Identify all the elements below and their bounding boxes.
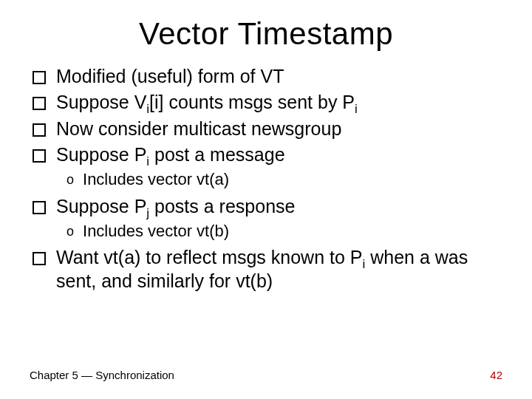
subscript: i bbox=[355, 102, 358, 116]
sub-bullet-text: Includes vector vt(a) bbox=[83, 169, 229, 191]
sub-bullet-text: Includes vector vt(b) bbox=[83, 221, 229, 242]
text-fragment: Suppose P bbox=[56, 196, 146, 216]
footer-chapter: Chapter 5 — Synchronization bbox=[30, 369, 174, 381]
bullet-list: Modified (useful) form of VT Suppose Vi[… bbox=[33, 65, 502, 166]
text-fragment: Suppose V bbox=[56, 92, 146, 112]
square-bullet-icon bbox=[33, 71, 46, 84]
bullet-text: Suppose Pi post a message bbox=[56, 143, 285, 166]
bullet-text: Modified (useful) form of VT bbox=[56, 65, 284, 88]
text-fragment: [i] counts msgs sent by P bbox=[149, 92, 355, 112]
square-bullet-icon bbox=[33, 97, 46, 110]
bullet-item: Now consider multicast newsgroup bbox=[33, 117, 502, 140]
text-fragment: Want vt(a) to reflect msgs known to P bbox=[56, 247, 363, 267]
text-fragment: post a message bbox=[149, 144, 284, 165]
bullet-item: Want vt(a) to reflect msgs known to Pi w… bbox=[33, 246, 502, 293]
bullet-item: Suppose Vi[i] counts msgs sent by Pi bbox=[33, 91, 502, 114]
bullet-text: Want vt(a) to reflect msgs known to Pi w… bbox=[56, 246, 502, 293]
sub-bullet-list: o Includes vector vt(a) bbox=[66, 169, 502, 191]
bullet-item: Suppose Pj posts a response bbox=[33, 195, 502, 218]
bullet-list: Suppose Pj posts a response bbox=[33, 195, 502, 218]
square-bullet-icon bbox=[33, 252, 46, 265]
footer-page-number: 42 bbox=[490, 369, 502, 381]
sub-bullet-item: o Includes vector vt(b) bbox=[66, 221, 502, 242]
circle-bullet-icon: o bbox=[66, 169, 74, 190]
bullet-item: Suppose Pi post a message bbox=[33, 143, 502, 166]
square-bullet-icon bbox=[33, 123, 46, 137]
bullet-text: Suppose Pj posts a response bbox=[56, 195, 295, 218]
slide-title: Vector Timestamp bbox=[30, 16, 502, 52]
text-fragment: Suppose P bbox=[56, 144, 146, 165]
text-fragment: posts a response bbox=[149, 196, 295, 216]
bullet-text: Now consider multicast newsgroup bbox=[56, 117, 341, 140]
square-bullet-icon bbox=[33, 149, 46, 163]
square-bullet-icon bbox=[33, 201, 46, 214]
sub-bullet-item: o Includes vector vt(a) bbox=[66, 169, 502, 191]
bullet-text: Suppose Vi[i] counts msgs sent by Pi bbox=[56, 91, 358, 114]
slide: Vector Timestamp Modified (useful) form … bbox=[0, 0, 532, 399]
bullet-item: Modified (useful) form of VT bbox=[33, 65, 502, 88]
bullet-list: Want vt(a) to reflect msgs known to Pi w… bbox=[33, 246, 502, 293]
sub-bullet-list: o Includes vector vt(b) bbox=[66, 221, 502, 242]
circle-bullet-icon: o bbox=[66, 221, 74, 242]
